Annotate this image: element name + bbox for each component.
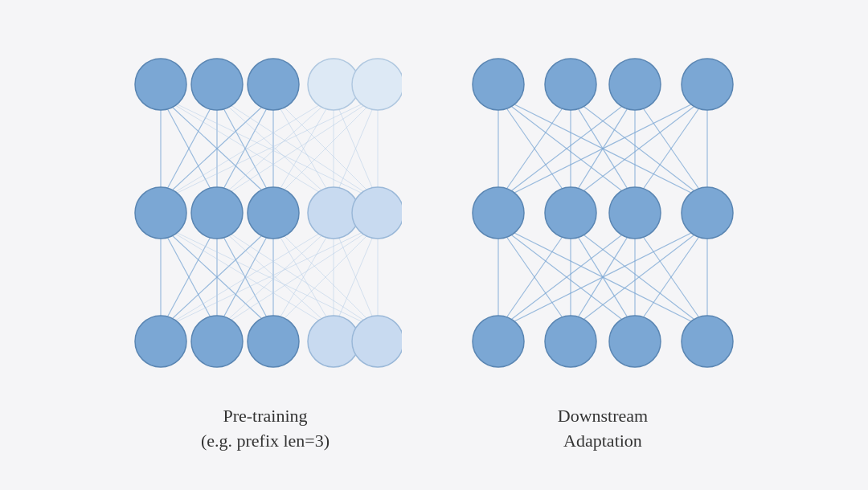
node: [473, 187, 524, 239]
pre-training-caption: Pre-training (e.g. prefix len=3): [201, 404, 330, 454]
node: [609, 59, 661, 110]
caption-line2: (e.g. prefix len=3): [201, 431, 330, 451]
node: [248, 59, 299, 110]
node: [191, 187, 243, 239]
node: [682, 316, 733, 367]
node: [545, 316, 596, 367]
node-light: [352, 187, 402, 239]
main-container: .line-dark { stroke: #7ba7d4; stroke-wid…: [113, 20, 755, 470]
node: [609, 187, 661, 239]
node: [609, 316, 661, 367]
node: [545, 59, 596, 110]
node-light: [352, 59, 402, 110]
node: [191, 59, 243, 110]
node: [682, 59, 733, 110]
pre-training-diagram: .line-dark { stroke: #7ba7d4; stroke-wid…: [129, 36, 402, 454]
node: [248, 316, 299, 367]
node: [135, 59, 186, 110]
node: [191, 316, 243, 367]
caption-line1: Downstream: [558, 406, 648, 426]
pre-training-svg: .line-dark { stroke: #7ba7d4; stroke-wid…: [129, 36, 402, 390]
downstream-diagram: .line-d { stroke: #7ba7d4; stroke-width:…: [466, 36, 739, 454]
node: [135, 316, 186, 367]
node: [545, 187, 596, 239]
downstream-svg: .line-d { stroke: #7ba7d4; stroke-width:…: [466, 36, 739, 390]
node: [473, 59, 524, 110]
node: [135, 187, 186, 239]
caption-line2: Adaptation: [563, 431, 642, 451]
node: [248, 187, 299, 239]
node: [682, 187, 733, 239]
downstream-caption: Downstream Adaptation: [558, 404, 648, 454]
caption-line1: Pre-training: [223, 406, 307, 426]
node: [473, 316, 524, 367]
node-light: [352, 316, 402, 367]
